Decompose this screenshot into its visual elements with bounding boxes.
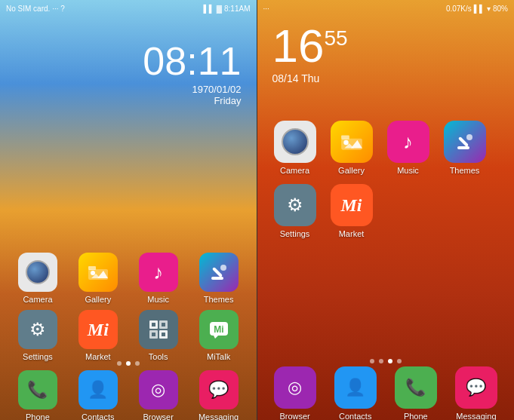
right-gallery-label: Gallery: [338, 166, 365, 175]
left-phone: No SIM card. ··· ? ▌▌ ▓ 8:11AM 08:11 197…: [0, 0, 257, 420]
app-market[interactable]: Mi Market: [74, 310, 122, 361]
svg-marker-18: [214, 336, 218, 339]
wifi-icon: ▾: [487, 5, 491, 13]
app-grid-left: Camera Gallery ♪ Music: [0, 253, 257, 367]
right-app-gallery[interactable]: Gallery: [325, 121, 378, 175]
dot-1: [117, 361, 122, 366]
right-dot-2: [379, 359, 383, 363]
app-mitalk[interactable]: Mi MiTalk: [195, 310, 243, 361]
right-app-market[interactable]: Mi Market: [325, 184, 378, 238]
right-app-camera[interactable]: Camera: [269, 121, 322, 175]
dock-messaging[interactable]: 💬 Messaging: [195, 370, 243, 421]
phone-dock-icon: 📞: [18, 370, 57, 409]
right-app-settings[interactable]: ⚙ Settings: [269, 184, 322, 238]
right-dock-phone[interactable]: 📞 Phone: [389, 366, 442, 420]
right-dock-messaging[interactable]: 💬 Messaging: [450, 366, 503, 420]
clock-time-right: 1655: [272, 23, 348, 69]
market-label: Market: [85, 352, 111, 361]
right-browser-label: Browser: [279, 412, 309, 420]
contacts-dock-icon: 👤: [78, 370, 118, 409]
settings-icon: ⚙: [18, 310, 57, 349]
svg-point-20: [343, 140, 348, 145]
right-messaging-icon: 💬: [455, 366, 497, 409]
dot-2: [126, 361, 131, 366]
time-display: 8:11AM: [224, 5, 250, 13]
svg-point-1: [91, 271, 95, 275]
market-icon: Mi: [78, 310, 118, 349]
svg-rect-12: [152, 323, 155, 326]
right-themes-label: Themes: [450, 166, 480, 175]
right-gallery-icon: [331, 121, 373, 163]
app-themes[interactable]: Themes: [195, 253, 243, 304]
right-themes-icon: [444, 121, 486, 163]
phone-label: Phone: [26, 412, 50, 421]
dock-contacts[interactable]: 👤 Contacts: [74, 370, 122, 421]
right-dock-contacts[interactable]: 👤 Contacts: [329, 366, 382, 420]
right-app-themes[interactable]: Themes: [439, 121, 491, 175]
svg-rect-13: [162, 323, 165, 326]
svg-rect-15: [162, 333, 165, 336]
app-row-1: Camera Gallery ♪ Music: [8, 253, 249, 304]
svg-rect-24: [457, 146, 469, 149]
app-music[interactable]: ♪ Music: [134, 253, 183, 304]
dock-browser[interactable]: ◎ Browser: [134, 370, 183, 421]
right-app-music[interactable]: ♪ Music: [382, 121, 435, 175]
speed-indicator: 0.07K/s: [446, 5, 472, 13]
tools-label: Tools: [149, 352, 168, 361]
app-gallery[interactable]: Gallery: [74, 253, 122, 304]
right-app-row-1: Camera Gallery ♪ Music: [257, 121, 515, 175]
right-messaging-label: Messaging: [456, 412, 496, 420]
battery-right: 80%: [493, 5, 508, 13]
status-dots: ···: [263, 5, 269, 13]
right-market-label: Market: [339, 229, 365, 238]
right-market-icon: Mi: [331, 184, 373, 226]
dock-phone[interactable]: 📞 Phone: [14, 370, 62, 421]
app-row-2: ⚙ Settings Mi Market: [8, 310, 249, 361]
sim-status: No SIM card. ··· ?: [6, 5, 65, 13]
right-music-icon: ♪: [387, 121, 429, 163]
themes-label: Themes: [204, 295, 234, 304]
app-settings[interactable]: ⚙ Settings: [14, 310, 62, 361]
messaging-dock-icon: 💬: [199, 370, 239, 409]
clock-day: Friday: [143, 95, 241, 106]
app-tools[interactable]: Tools: [134, 310, 183, 361]
svg-rect-23: [341, 135, 349, 139]
right-settings-label: Settings: [280, 229, 310, 238]
signal-bars: ▌▌: [474, 5, 485, 13]
page-dots-left: [0, 361, 257, 366]
clock-date: 1970/01/02: [143, 84, 241, 95]
right-camera-icon: [274, 121, 316, 163]
tools-icon: [139, 310, 178, 349]
clock-left: 08:11 1970/01/02 Friday: [143, 41, 241, 106]
themes-icon: [199, 253, 239, 292]
svg-point-26: [466, 134, 472, 140]
app-grid-right: Camera Gallery ♪ Music: [257, 121, 515, 247]
right-contacts-icon: 👤: [334, 366, 377, 409]
dock-left: 📞 Phone 👤 Contacts ◎ Browser 💬 Messaging: [0, 371, 257, 420]
svg-rect-14: [152, 333, 155, 336]
right-dot-4: [397, 359, 402, 363]
svg-rect-4: [88, 266, 96, 270]
right-dock-browser[interactable]: ◎ Browser: [269, 366, 322, 420]
browser-label: Browser: [143, 412, 174, 421]
browser-dock-icon: ◎: [139, 370, 178, 409]
svg-rect-5: [211, 277, 223, 280]
gallery-icon: [78, 253, 118, 292]
music-label: Music: [147, 295, 169, 304]
settings-label: Settings: [23, 352, 53, 361]
right-phone-label: Phone: [404, 412, 428, 420]
right-dot-3: [388, 359, 392, 363]
clock-date-right: 08/14 Thu: [272, 72, 348, 84]
mitalk-icon: Mi: [199, 310, 239, 349]
right-dot-1: [370, 359, 374, 363]
right-music-label: Music: [397, 166, 419, 175]
camera-label: Camera: [23, 295, 52, 304]
signal-icon: ▌▌: [204, 5, 214, 13]
right-camera-label: Camera: [280, 166, 309, 175]
mitalk-label: MiTalk: [207, 352, 230, 361]
dot-3: [135, 361, 140, 366]
music-icon: ♪: [139, 253, 178, 292]
app-camera[interactable]: Camera: [14, 253, 62, 304]
right-browser-icon: ◎: [274, 366, 316, 409]
status-bar-right: ··· 0.07K/s ▌▌ ▾ 80%: [257, 0, 515, 17]
